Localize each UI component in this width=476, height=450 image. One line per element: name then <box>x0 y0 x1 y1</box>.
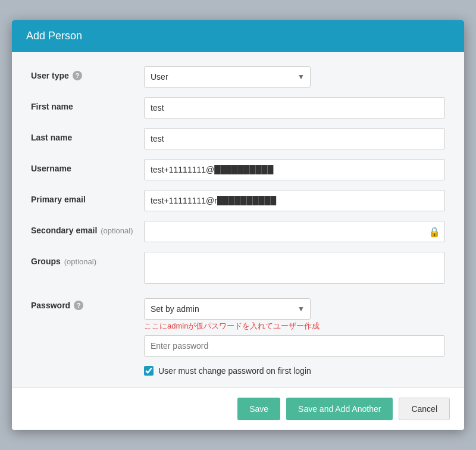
user-type-select[interactable]: User Admin Staff <box>144 66 311 88</box>
last-name-row: Last name <box>31 128 445 149</box>
email-secure-icon[interactable]: 🔒 <box>428 226 440 238</box>
dialog-overlay: Add Person User type ? User Admin Staff <box>6 6 470 444</box>
user-type-help-icon[interactable]: ? <box>73 71 82 80</box>
last-name-input[interactable] <box>144 128 445 149</box>
add-person-dialog: Add Person User type ? User Admin Staff <box>12 20 464 430</box>
dialog-title: Add Person <box>26 30 450 42</box>
groups-row: Groups (optional) <box>31 252 445 286</box>
username-control <box>144 159 445 180</box>
save-button[interactable]: Save <box>237 398 280 420</box>
password-select[interactable]: Set by admin Set by user No password <box>144 298 311 320</box>
must-change-password-checkbox[interactable] <box>144 366 154 376</box>
checkbox-row: User must change password on first login <box>144 366 445 376</box>
last-name-control <box>144 128 445 149</box>
last-name-label: Last name <box>31 128 144 142</box>
cancel-button[interactable]: Cancel <box>399 398 450 420</box>
password-row: Password ? Set by admin Set by user No p… <box>31 296 445 357</box>
primary-email-control <box>144 190 445 211</box>
checkbox-label[interactable]: User must change password on first login <box>158 366 311 376</box>
first-name-control <box>144 97 445 118</box>
secondary-email-row: Secondary email (optional) 🔒 <box>31 221 445 242</box>
secondary-email-input[interactable] <box>144 221 445 242</box>
first-name-input[interactable] <box>144 97 445 118</box>
dialog-footer: Save Save and Add Another Cancel <box>12 388 464 430</box>
user-type-control: User Admin Staff ▼ <box>144 66 445 88</box>
dialog-header: Add Person <box>12 20 464 52</box>
user-type-select-wrapper: User Admin Staff ▼ <box>144 66 311 88</box>
primary-email-row: Primary email <box>31 190 445 211</box>
groups-control <box>144 252 445 286</box>
username-row: Username <box>31 159 445 180</box>
password-control: Set by admin Set by user No password ▼ こ… <box>144 298 445 357</box>
admin-annotation: ここにadminが仮パスワードを入れてユーザー作成 <box>144 321 445 332</box>
groups-input[interactable] <box>144 252 445 284</box>
secondary-email-control: 🔒 <box>144 221 445 242</box>
save-and-add-button[interactable]: Save and Add Another <box>286 398 393 420</box>
user-type-label: User type ? <box>31 66 144 80</box>
secondary-email-label: Secondary email (optional) <box>31 221 144 235</box>
password-label: Password ? <box>31 296 144 310</box>
password-help-icon[interactable]: ? <box>74 301 83 310</box>
dialog-body: User type ? User Admin Staff ▼ <box>12 52 464 388</box>
username-input[interactable] <box>144 159 445 180</box>
user-type-row: User type ? User Admin Staff ▼ <box>31 66 445 88</box>
password-input[interactable] <box>144 335 445 357</box>
primary-email-input[interactable] <box>144 190 445 211</box>
password-select-wrapper: Set by admin Set by user No password ▼ <box>144 298 311 320</box>
first-name-row: First name <box>31 97 445 118</box>
first-name-label: First name <box>31 97 144 111</box>
primary-email-label: Primary email <box>31 190 144 204</box>
groups-label: Groups (optional) <box>31 252 144 266</box>
username-label: Username <box>31 159 144 173</box>
